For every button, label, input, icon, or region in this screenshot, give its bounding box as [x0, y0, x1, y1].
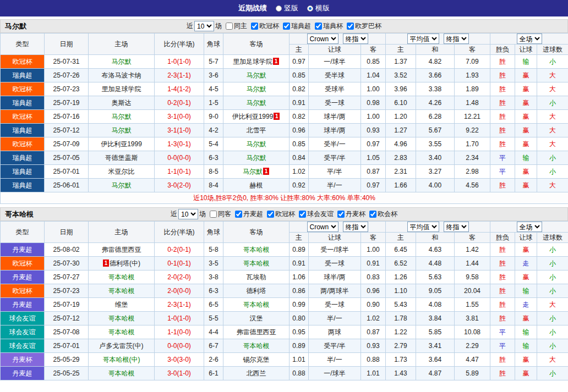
home-team-link[interactable]: 维堡 [115, 301, 128, 308]
league-checkbox[interactable] [299, 211, 306, 218]
away-team-link[interactable]: 瓦埃勒 [247, 273, 266, 281]
away-team-link[interactable]: 里加足球学院 [233, 58, 272, 65]
league-filter-option[interactable]: 瑞典杯 [315, 21, 343, 31]
score-cell[interactable]: 3-1(0-0) [155, 110, 204, 124]
away-team-link[interactable]: 赫根 [250, 181, 263, 189]
away-team-link[interactable]: 哥本哈根 [243, 301, 270, 308]
league-checkbox[interactable] [369, 211, 376, 218]
home-team-link[interactable]: 里加足球学院 [102, 85, 141, 93]
league-filter-label[interactable]: 瑞典杯 [323, 21, 343, 31]
average-final-select[interactable]: 终指 [444, 222, 469, 232]
score-cell[interactable]: 0-2(0-1) [155, 243, 204, 257]
away-team-link[interactable]: 马尔默 [247, 85, 266, 93]
league-filter-option[interactable]: 欧会杯 [369, 209, 397, 219]
away-team-link[interactable]: 哥本哈根 [243, 246, 270, 253]
home-team-link[interactable]: 哥本哈根 [108, 328, 135, 336]
match-count-select[interactable]: 10 [178, 209, 198, 219]
score-cell[interactable]: 2-0(0-0) [155, 284, 204, 298]
radio-circle-checked-icon[interactable] [307, 5, 313, 12]
same-venue-checkbox[interactable] [210, 211, 217, 218]
layout-radio-horizontal[interactable]: 横版 [307, 3, 330, 13]
league-filter-label[interactable]: 丹麦杯 [346, 209, 365, 219]
league-filter-option[interactable]: 欧罗巴杯 [347, 21, 381, 31]
away-team-link[interactable]: 弗雷德里西亚 [237, 328, 276, 336]
home-team-link[interactable]: 哥德堡盖斯 [105, 154, 138, 162]
league-filter-option[interactable]: 欧冠杯 [267, 209, 295, 219]
league-checkbox[interactable] [315, 23, 322, 30]
league-checkbox[interactable] [337, 211, 345, 218]
score-cell[interactable]: 0-0(0-0) [155, 339, 204, 353]
same-venue-option[interactable]: 同主 [226, 21, 247, 31]
score-cell[interactable]: 1-1(0-1) [155, 165, 204, 179]
home-team-link[interactable]: 米亚尔比 [108, 168, 135, 175]
score-cell[interactable]: 3-1(1-0) [155, 124, 204, 137]
score-cell[interactable]: 1-1(0-0) [155, 325, 204, 339]
league-checkbox[interactable] [283, 23, 290, 30]
bookmaker-select[interactable]: Crown [307, 222, 338, 232]
league-filter-option[interactable]: 丹麦杯 [337, 209, 365, 219]
home-team-link[interactable]: 哥本哈根 [108, 273, 135, 281]
home-team-link[interactable]: 马尔默 [112, 113, 132, 120]
away-team-link[interactable]: 北雪平 [247, 126, 266, 134]
score-cell[interactable]: 1-3(0-1) [155, 137, 204, 151]
home-team-link[interactable]: 弗雷德里西亚 [102, 246, 141, 253]
away-team-link[interactable]: 锡尔克堡 [243, 356, 270, 363]
league-filter-label[interactable]: 欧冠杯 [259, 21, 279, 31]
league-checkbox[interactable] [267, 211, 274, 218]
away-team-link[interactable]: 哥本哈根 [243, 260, 270, 267]
league-filter-option[interactable]: 丹麦超 [235, 209, 263, 219]
same-venue-label[interactable]: 同客 [218, 209, 231, 219]
horizontal-radio-label[interactable]: 横版 [315, 3, 330, 13]
score-cell[interactable]: 2-0(2-0) [155, 270, 204, 284]
vertical-radio-label[interactable]: 竖版 [284, 3, 298, 13]
home-team-link[interactable]: 哥本哈根(中) [103, 356, 140, 363]
away-team-link[interactable]: 马尔默 [243, 168, 263, 175]
average-final-select[interactable]: 终指 [444, 34, 469, 44]
away-team-link[interactable]: 汉堡 [250, 314, 263, 322]
average-select[interactable]: 平均值 [407, 34, 439, 44]
league-checkbox[interactable] [235, 211, 242, 218]
score-cell[interactable]: 3-0(2-0) [155, 179, 204, 192]
league-filter-label[interactable]: 球会友谊 [307, 209, 334, 219]
bookmaker-final-select[interactable]: 终指 [343, 222, 368, 232]
league-checkbox[interactable] [251, 23, 258, 30]
home-team-link[interactable]: 奥斯达 [112, 99, 132, 107]
league-filter-option[interactable]: 球会友谊 [299, 209, 334, 219]
league-filter-option[interactable]: 欧冠杯 [251, 21, 279, 31]
home-team-link[interactable]: 马尔默 [112, 58, 132, 65]
score-cell[interactable]: 1-0(1-0) [155, 55, 204, 69]
same-venue-checkbox[interactable] [226, 23, 233, 30]
league-filter-label[interactable]: 欧罗巴杯 [355, 21, 381, 31]
away-team-link[interactable]: 马尔默 [247, 154, 266, 162]
away-team-link[interactable]: 哥本哈根 [243, 342, 270, 350]
score-cell[interactable]: 2-3(1-1) [155, 298, 204, 312]
score-cell[interactable]: 2-3(1-1) [155, 69, 204, 82]
away-team-link[interactable]: 马尔默 [247, 71, 266, 79]
average-select[interactable]: 平均值 [407, 222, 439, 232]
fulltime-select[interactable]: 全场 [517, 34, 542, 44]
home-team-link[interactable]: 伊比利亚1999 [101, 140, 142, 148]
away-team-link[interactable]: 伊比利亚1999 [232, 113, 274, 120]
home-team-link[interactable]: 哥本哈根 [108, 369, 135, 377]
bookmaker-final-select[interactable]: 终指 [343, 34, 368, 44]
bookmaker-select[interactable]: Crown [307, 34, 338, 44]
league-checkbox[interactable] [347, 23, 354, 30]
league-filter-label[interactable]: 瑞典超 [291, 21, 311, 31]
score-cell[interactable]: 1-4(1-2) [155, 82, 204, 96]
same-venue-option[interactable]: 同客 [210, 209, 231, 219]
score-cell[interactable]: 1-0(1-0) [155, 312, 204, 325]
fulltime-select[interactable]: 全场 [517, 222, 542, 232]
score-cell[interactable]: 0-1(0-1) [155, 257, 204, 270]
home-team-link[interactable]: 布洛马波卡纳 [102, 71, 141, 79]
league-filter-label[interactable]: 丹麦超 [243, 209, 263, 219]
league-filter-label[interactable]: 欧会杯 [378, 209, 397, 219]
away-team-link[interactable]: 马尔默 [247, 99, 266, 107]
home-team-link[interactable]: 马尔默 [112, 181, 132, 189]
away-team-link[interactable]: 马尔默 [247, 140, 266, 148]
home-team-link[interactable]: 德利塔(中) [110, 260, 140, 267]
score-cell[interactable]: 3-0(1-0) [155, 367, 204, 380]
layout-radio-vertical[interactable]: 竖版 [276, 3, 298, 13]
away-team-link[interactable]: 德利塔 [247, 287, 266, 295]
same-venue-label[interactable]: 同主 [234, 21, 247, 31]
league-filter-label[interactable]: 欧冠杯 [275, 209, 295, 219]
